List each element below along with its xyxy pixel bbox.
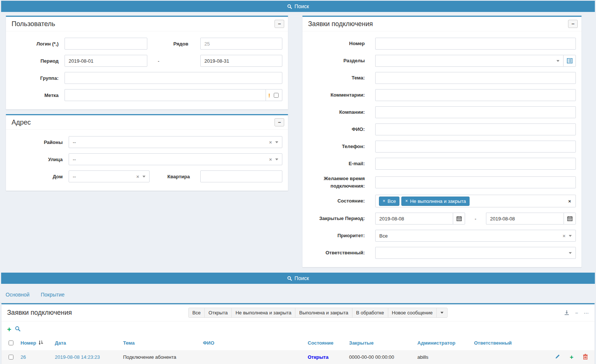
exclamation-icon: ! [269, 92, 270, 98]
search-toggle-icon[interactable] [15, 326, 21, 333]
desired-time-input[interactable] [375, 176, 576, 188]
comments-input[interactable] [375, 89, 576, 101]
phone-input[interactable] [375, 141, 576, 153]
request-number-link[interactable]: 26 [21, 354, 26, 360]
clear-icon[interactable]: × [136, 174, 139, 179]
column-header-responsible[interactable]: Ответственный [474, 340, 512, 346]
mark-not-checkbox[interactable] [274, 93, 279, 98]
sections-label: Разделы [308, 57, 375, 65]
priority-select[interactable]: Все × [375, 230, 576, 242]
closed-from-input[interactable] [375, 213, 453, 225]
select-all-checkbox[interactable] [9, 341, 13, 345]
number-label: Номер [308, 40, 375, 47]
collapse-user-panel-button[interactable]: − [275, 20, 284, 28]
sections-list-button[interactable] [563, 55, 576, 67]
requests-panel-title: Заявки подключения [308, 20, 373, 28]
closed-from-calendar-button[interactable] [453, 213, 465, 225]
calendar-icon [457, 216, 462, 221]
add-message-icon[interactable]: + [570, 355, 573, 360]
edit-icon[interactable] [555, 354, 560, 360]
period-label: Период [12, 58, 65, 64]
tab-main[interactable]: Основной [6, 292, 29, 298]
period-to-input[interactable] [200, 55, 282, 67]
chevron-down-icon [275, 141, 278, 143]
closed-to-input[interactable] [486, 213, 564, 225]
sections-select[interactable] [375, 55, 563, 67]
apartment-input[interactable] [200, 170, 282, 182]
collapse-address-panel-button[interactable]: − [275, 118, 284, 126]
districts-label: Районы [12, 139, 69, 145]
filter-dropdown-button[interactable] [436, 308, 448, 318]
minimize-icon[interactable]: − [575, 310, 578, 316]
state-tag[interactable]: × Не выполнена и закрыта [401, 197, 470, 206]
column-header-state[interactable]: Состояние [308, 340, 333, 346]
search-submit-bar-bottom[interactable]: Поиск [1, 273, 595, 284]
search-icon [287, 276, 292, 281]
clear-icon[interactable]: × [269, 157, 272, 162]
delete-icon[interactable] [583, 354, 588, 361]
column-header-closed[interactable]: Закрытые [349, 340, 374, 346]
period-from-input[interactable] [65, 55, 147, 67]
table-row: 26 2019-08-08 14:23:23 Подключение абоне… [1, 350, 595, 364]
more-options-icon[interactable]: ⋯ [584, 310, 589, 316]
address-panel: Адрес − Районы -- × Улица -- × [6, 114, 288, 191]
filter-open-button[interactable]: Открыта [204, 308, 232, 318]
state-label: Состояние: [308, 197, 375, 205]
column-header-subject[interactable]: Тема [123, 340, 135, 346]
request-state-link[interactable]: Открыта [308, 354, 329, 360]
column-header-admin[interactable]: Администратор [417, 340, 455, 346]
tab-coverage[interactable]: Покрытие [41, 292, 65, 298]
filter-new-message-button[interactable]: Новое сообщение [388, 308, 437, 318]
mark-addon[interactable]: ! [266, 89, 282, 101]
rows-input[interactable] [200, 38, 282, 50]
login-label: Логин (*,) [12, 41, 65, 47]
closed-to-calendar-button[interactable] [564, 213, 576, 225]
clear-icon[interactable]: × [562, 233, 565, 239]
collapse-requests-panel-button[interactable]: − [568, 20, 578, 28]
state-multiselect[interactable]: × Все × Не выполнена и закрыта × [375, 195, 576, 207]
company-input[interactable] [375, 106, 576, 118]
subject-input[interactable] [375, 72, 576, 84]
request-date-link[interactable]: 2019-08-08 14:23:23 [55, 354, 100, 360]
districts-select-value: -- [73, 139, 269, 145]
add-request-icon[interactable]: + [7, 327, 11, 332]
search-submit-bar-top[interactable]: Поиск [1, 1, 595, 12]
rows-label: Рядов [173, 41, 200, 47]
email-input[interactable] [375, 158, 576, 170]
districts-select[interactable]: -- × [69, 136, 282, 148]
street-select[interactable]: -- × [69, 153, 282, 165]
group-label: Группа: [12, 75, 65, 81]
results-panel-title: Заявки подключения [7, 309, 72, 317]
filter-not-done-closed-button[interactable]: Не выполнена и закрыта [231, 308, 295, 318]
calendar-icon [567, 216, 573, 221]
column-header-date[interactable]: Дата [55, 340, 66, 346]
company-label: Компании: [308, 109, 375, 116]
row-checkbox[interactable] [9, 355, 13, 360]
export-icon[interactable] [564, 310, 570, 316]
column-header-number[interactable]: Номер [21, 340, 36, 346]
house-select[interactable]: -- × [69, 170, 150, 182]
clear-icon[interactable]: × [568, 198, 571, 204]
chevron-down-icon [569, 235, 572, 237]
remove-icon[interactable]: × [405, 198, 408, 204]
remove-icon[interactable]: × [383, 198, 385, 204]
filter-in-progress-button[interactable]: В обработке [352, 308, 388, 318]
clear-icon[interactable]: × [269, 139, 272, 145]
house-select-value: -- [73, 174, 136, 179]
filter-all-button[interactable]: Все [188, 308, 205, 318]
responsible-select[interactable] [375, 247, 576, 259]
login-input[interactable] [65, 38, 147, 50]
state-tag[interactable]: × Все [379, 197, 399, 206]
street-label: Улица [12, 157, 69, 162]
number-input[interactable] [375, 38, 576, 50]
sort-icon[interactable] [38, 340, 43, 346]
period-dash: - [158, 58, 159, 64]
minus-icon: − [571, 21, 574, 27]
filter-done-closed-button[interactable]: Выполнена и закрыта [295, 308, 352, 318]
fio-input[interactable] [375, 123, 576, 135]
group-input[interactable] [65, 72, 282, 84]
request-responsible [471, 350, 542, 364]
column-header-fio[interactable]: ФИО [203, 340, 214, 346]
mark-input[interactable] [65, 89, 266, 101]
address-panel-title: Адрес [12, 119, 31, 126]
